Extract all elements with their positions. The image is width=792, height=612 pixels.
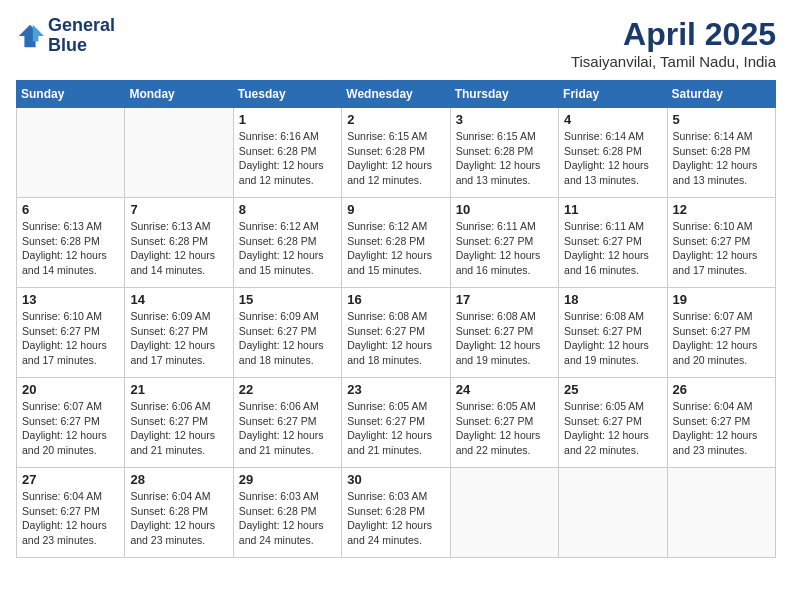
- day-number: 1: [239, 112, 336, 127]
- day-info: Sunrise: 6:12 AMSunset: 6:28 PMDaylight:…: [347, 219, 444, 278]
- calendar-cell: 6Sunrise: 6:13 AMSunset: 6:28 PMDaylight…: [17, 198, 125, 288]
- calendar-cell: 7Sunrise: 6:13 AMSunset: 6:28 PMDaylight…: [125, 198, 233, 288]
- logo-icon: [16, 22, 44, 50]
- weekday-header-monday: Monday: [125, 81, 233, 108]
- day-number: 24: [456, 382, 553, 397]
- day-info: Sunrise: 6:12 AMSunset: 6:28 PMDaylight:…: [239, 219, 336, 278]
- day-info: Sunrise: 6:15 AMSunset: 6:28 PMDaylight:…: [347, 129, 444, 188]
- day-number: 25: [564, 382, 661, 397]
- weekday-header-tuesday: Tuesday: [233, 81, 341, 108]
- day-info: Sunrise: 6:14 AMSunset: 6:28 PMDaylight:…: [673, 129, 770, 188]
- day-info: Sunrise: 6:11 AMSunset: 6:27 PMDaylight:…: [564, 219, 661, 278]
- calendar-cell: 10Sunrise: 6:11 AMSunset: 6:27 PMDayligh…: [450, 198, 558, 288]
- day-number: 4: [564, 112, 661, 127]
- weekday-header-thursday: Thursday: [450, 81, 558, 108]
- calendar-cell: [17, 108, 125, 198]
- calendar-cell: 14Sunrise: 6:09 AMSunset: 6:27 PMDayligh…: [125, 288, 233, 378]
- calendar-table: SundayMondayTuesdayWednesdayThursdayFrid…: [16, 80, 776, 558]
- calendar-cell: 2Sunrise: 6:15 AMSunset: 6:28 PMDaylight…: [342, 108, 450, 198]
- calendar-cell: 12Sunrise: 6:10 AMSunset: 6:27 PMDayligh…: [667, 198, 775, 288]
- calendar-cell: 24Sunrise: 6:05 AMSunset: 6:27 PMDayligh…: [450, 378, 558, 468]
- day-info: Sunrise: 6:04 AMSunset: 6:27 PMDaylight:…: [22, 489, 119, 548]
- svg-marker-1: [33, 25, 44, 42]
- logo: General Blue: [16, 16, 115, 56]
- day-number: 23: [347, 382, 444, 397]
- day-info: Sunrise: 6:05 AMSunset: 6:27 PMDaylight:…: [456, 399, 553, 458]
- weekday-header-friday: Friday: [559, 81, 667, 108]
- calendar-cell: 30Sunrise: 6:03 AMSunset: 6:28 PMDayligh…: [342, 468, 450, 558]
- day-info: Sunrise: 6:03 AMSunset: 6:28 PMDaylight:…: [347, 489, 444, 548]
- day-number: 8: [239, 202, 336, 217]
- week-row-4: 20Sunrise: 6:07 AMSunset: 6:27 PMDayligh…: [17, 378, 776, 468]
- day-info: Sunrise: 6:15 AMSunset: 6:28 PMDaylight:…: [456, 129, 553, 188]
- day-number: 21: [130, 382, 227, 397]
- day-number: 11: [564, 202, 661, 217]
- title-block: April 2025 Tisaiyanvilai, Tamil Nadu, In…: [571, 16, 776, 70]
- day-number: 19: [673, 292, 770, 307]
- calendar-cell: 17Sunrise: 6:08 AMSunset: 6:27 PMDayligh…: [450, 288, 558, 378]
- calendar-cell: 1Sunrise: 6:16 AMSunset: 6:28 PMDaylight…: [233, 108, 341, 198]
- day-info: Sunrise: 6:06 AMSunset: 6:27 PMDaylight:…: [239, 399, 336, 458]
- calendar-cell: 5Sunrise: 6:14 AMSunset: 6:28 PMDaylight…: [667, 108, 775, 198]
- day-info: Sunrise: 6:03 AMSunset: 6:28 PMDaylight:…: [239, 489, 336, 548]
- day-number: 13: [22, 292, 119, 307]
- day-info: Sunrise: 6:05 AMSunset: 6:27 PMDaylight:…: [564, 399, 661, 458]
- week-row-5: 27Sunrise: 6:04 AMSunset: 6:27 PMDayligh…: [17, 468, 776, 558]
- page-header: General Blue April 2025 Tisaiyanvilai, T…: [16, 16, 776, 70]
- calendar-cell: 25Sunrise: 6:05 AMSunset: 6:27 PMDayligh…: [559, 378, 667, 468]
- logo-text: General Blue: [48, 16, 115, 56]
- day-info: Sunrise: 6:10 AMSunset: 6:27 PMDaylight:…: [22, 309, 119, 368]
- day-number: 7: [130, 202, 227, 217]
- calendar-cell: 29Sunrise: 6:03 AMSunset: 6:28 PMDayligh…: [233, 468, 341, 558]
- day-info: Sunrise: 6:11 AMSunset: 6:27 PMDaylight:…: [456, 219, 553, 278]
- calendar-cell: [559, 468, 667, 558]
- day-info: Sunrise: 6:16 AMSunset: 6:28 PMDaylight:…: [239, 129, 336, 188]
- calendar-cell: 28Sunrise: 6:04 AMSunset: 6:28 PMDayligh…: [125, 468, 233, 558]
- day-number: 5: [673, 112, 770, 127]
- day-number: 28: [130, 472, 227, 487]
- calendar-cell: [667, 468, 775, 558]
- day-info: Sunrise: 6:07 AMSunset: 6:27 PMDaylight:…: [673, 309, 770, 368]
- calendar-cell: 20Sunrise: 6:07 AMSunset: 6:27 PMDayligh…: [17, 378, 125, 468]
- day-info: Sunrise: 6:08 AMSunset: 6:27 PMDaylight:…: [564, 309, 661, 368]
- day-number: 9: [347, 202, 444, 217]
- week-row-1: 1Sunrise: 6:16 AMSunset: 6:28 PMDaylight…: [17, 108, 776, 198]
- calendar-cell: 22Sunrise: 6:06 AMSunset: 6:27 PMDayligh…: [233, 378, 341, 468]
- day-info: Sunrise: 6:04 AMSunset: 6:28 PMDaylight:…: [130, 489, 227, 548]
- day-number: 30: [347, 472, 444, 487]
- calendar-cell: 19Sunrise: 6:07 AMSunset: 6:27 PMDayligh…: [667, 288, 775, 378]
- day-info: Sunrise: 6:04 AMSunset: 6:27 PMDaylight:…: [673, 399, 770, 458]
- calendar-cell: 13Sunrise: 6:10 AMSunset: 6:27 PMDayligh…: [17, 288, 125, 378]
- calendar-cell: 16Sunrise: 6:08 AMSunset: 6:27 PMDayligh…: [342, 288, 450, 378]
- week-row-3: 13Sunrise: 6:10 AMSunset: 6:27 PMDayligh…: [17, 288, 776, 378]
- day-number: 27: [22, 472, 119, 487]
- weekday-header-saturday: Saturday: [667, 81, 775, 108]
- day-info: Sunrise: 6:14 AMSunset: 6:28 PMDaylight:…: [564, 129, 661, 188]
- calendar-cell: 27Sunrise: 6:04 AMSunset: 6:27 PMDayligh…: [17, 468, 125, 558]
- calendar-cell: 18Sunrise: 6:08 AMSunset: 6:27 PMDayligh…: [559, 288, 667, 378]
- day-number: 10: [456, 202, 553, 217]
- day-info: Sunrise: 6:08 AMSunset: 6:27 PMDaylight:…: [456, 309, 553, 368]
- day-number: 20: [22, 382, 119, 397]
- calendar-cell: [125, 108, 233, 198]
- calendar-cell: 15Sunrise: 6:09 AMSunset: 6:27 PMDayligh…: [233, 288, 341, 378]
- day-info: Sunrise: 6:09 AMSunset: 6:27 PMDaylight:…: [239, 309, 336, 368]
- calendar-cell: 26Sunrise: 6:04 AMSunset: 6:27 PMDayligh…: [667, 378, 775, 468]
- day-info: Sunrise: 6:09 AMSunset: 6:27 PMDaylight:…: [130, 309, 227, 368]
- day-number: 15: [239, 292, 336, 307]
- calendar-cell: 11Sunrise: 6:11 AMSunset: 6:27 PMDayligh…: [559, 198, 667, 288]
- day-number: 6: [22, 202, 119, 217]
- weekday-header-sunday: Sunday: [17, 81, 125, 108]
- calendar-cell: 8Sunrise: 6:12 AMSunset: 6:28 PMDaylight…: [233, 198, 341, 288]
- month-title: April 2025: [571, 16, 776, 53]
- calendar-cell: 4Sunrise: 6:14 AMSunset: 6:28 PMDaylight…: [559, 108, 667, 198]
- weekday-header-wednesday: Wednesday: [342, 81, 450, 108]
- calendar-cell: 3Sunrise: 6:15 AMSunset: 6:28 PMDaylight…: [450, 108, 558, 198]
- day-info: Sunrise: 6:13 AMSunset: 6:28 PMDaylight:…: [22, 219, 119, 278]
- day-number: 12: [673, 202, 770, 217]
- day-number: 3: [456, 112, 553, 127]
- weekday-header-row: SundayMondayTuesdayWednesdayThursdayFrid…: [17, 81, 776, 108]
- day-info: Sunrise: 6:13 AMSunset: 6:28 PMDaylight:…: [130, 219, 227, 278]
- location-title: Tisaiyanvilai, Tamil Nadu, India: [571, 53, 776, 70]
- calendar-cell: [450, 468, 558, 558]
